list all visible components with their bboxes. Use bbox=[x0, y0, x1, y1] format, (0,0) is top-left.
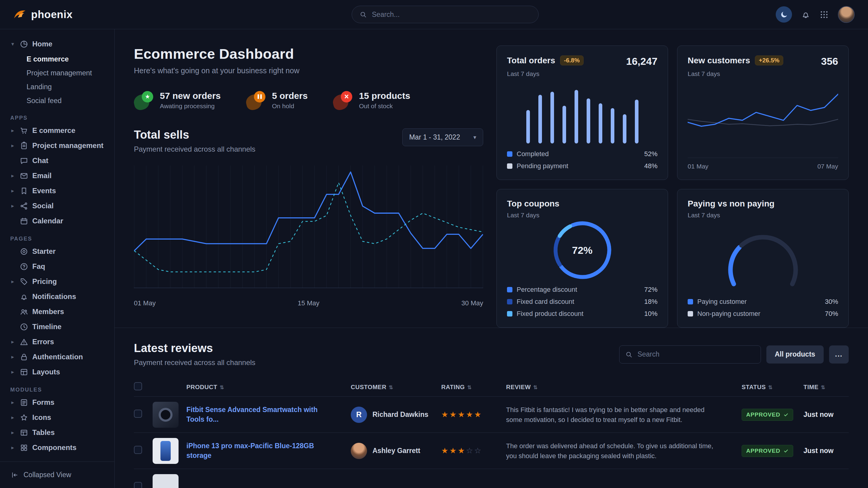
sidebar-item-forms[interactable]: ▸Forms bbox=[7, 395, 108, 410]
collapsed-view-toggle[interactable]: Collapsed View bbox=[0, 461, 114, 488]
form-icon bbox=[20, 398, 28, 407]
latest-reviews-subtitle: Payment received across all channels bbox=[134, 358, 255, 367]
reviews-search[interactable] bbox=[619, 346, 761, 363]
sidebar-item-label: Social bbox=[32, 202, 54, 210]
sidebar-item-project-management[interactable]: Project management bbox=[7, 66, 108, 80]
top-coupons-card: Top coupons Last 7 days 72% Percentage d… bbox=[496, 189, 668, 328]
theme-toggle-button[interactable] bbox=[776, 6, 792, 23]
all-products-button[interactable]: All products bbox=[766, 346, 824, 363]
sidebar-item-chat[interactable]: Chat bbox=[7, 153, 108, 168]
stat-orders-on-hold: 5 orders On hold bbox=[246, 91, 308, 110]
sidebar-item-errors[interactable]: ▸Errors bbox=[7, 334, 108, 349]
notifications-button[interactable] bbox=[801, 10, 810, 19]
legend-value: 18% bbox=[644, 298, 657, 306]
chart-legend: Paying customer 30% Non-paying customer … bbox=[688, 294, 838, 318]
brand[interactable]: phoenix bbox=[0, 7, 115, 22]
page-subtitle: Here's what's going on at your business … bbox=[134, 66, 483, 75]
sidebar-item-e-commerce[interactable]: ▸E commerce bbox=[7, 123, 108, 138]
column-header-product[interactable]: PRODUCT⇅ bbox=[186, 384, 351, 391]
legend-value: 70% bbox=[825, 310, 838, 318]
sidebar-item-tables[interactable]: ▸Tables bbox=[7, 425, 108, 440]
review-table-row: Fitbit Sense Advanced Smartwatch with To… bbox=[134, 396, 849, 432]
more-options-button[interactable]: ... bbox=[829, 346, 849, 363]
sidebar-item-label: Starter bbox=[32, 247, 56, 256]
sidebar-item-icons[interactable]: ▸Icons bbox=[7, 410, 108, 425]
sidebar-item-notifications[interactable]: Notifications bbox=[7, 289, 108, 304]
sidebar-item-email[interactable]: ▸Email bbox=[7, 168, 108, 183]
apps-menu-button[interactable] bbox=[819, 10, 829, 19]
sidebar-item-calendar[interactable]: Calendar bbox=[7, 214, 108, 228]
top-navbar: phoenix bbox=[0, 0, 868, 29]
sidebar-item-social-feed[interactable]: Social feed bbox=[7, 94, 108, 108]
sidebar-item-label: Project management bbox=[32, 141, 103, 150]
total-sells-subtitle: Payment received across all channels bbox=[134, 145, 255, 154]
column-header-review[interactable]: REVIEW⇅ bbox=[506, 384, 742, 391]
legend-value: 48% bbox=[644, 162, 657, 170]
sidebar-item-social[interactable]: ▸Social bbox=[7, 198, 108, 214]
reviews-search-input[interactable] bbox=[637, 350, 755, 359]
product-link[interactable]: iPhone 13 pro max-Pacific Blue-128GB sto… bbox=[186, 441, 351, 460]
legend-item: Completed 52% bbox=[507, 150, 657, 158]
sidebar-item-components[interactable]: ▸Components bbox=[7, 440, 108, 455]
sidebar-item-authentication[interactable]: ▸Authentication bbox=[7, 349, 108, 364]
x-axis-label: 01 May bbox=[134, 299, 156, 307]
quick-stats: ★ 57 new orders Awating processing 5 ord… bbox=[134, 91, 483, 110]
product-image bbox=[153, 438, 179, 464]
sort-icon: ⇅ bbox=[220, 385, 224, 390]
sort-icon: ⇅ bbox=[467, 385, 472, 390]
sidebar-item-members[interactable]: Members bbox=[7, 304, 108, 319]
sidebar-item-e-commerce[interactable]: E commerce bbox=[7, 52, 108, 66]
caret-right-icon: ▸ bbox=[10, 172, 16, 179]
change-badge: +26.5% bbox=[755, 56, 783, 65]
row-checkbox[interactable] bbox=[134, 482, 142, 488]
product-image bbox=[153, 474, 179, 488]
legend-swatch bbox=[507, 287, 513, 292]
column-header-rating[interactable]: RATING⇅ bbox=[441, 384, 506, 391]
sidebar-item-project-management[interactable]: ▸Project management bbox=[7, 138, 108, 153]
column-header-customer[interactable]: CUSTOMER⇅ bbox=[351, 384, 441, 391]
review-table-row: iPhone 13 pro max-Pacific Blue-128GB sto… bbox=[134, 432, 849, 469]
select-all-checkbox[interactable] bbox=[134, 382, 142, 390]
card-title: Total orders bbox=[507, 56, 555, 65]
legend-item: Fixed card discount 18% bbox=[507, 298, 657, 306]
date-range-select[interactable]: Mar 1 - 31, 2022 ▾ bbox=[402, 128, 483, 146]
sidebar-item-events[interactable]: ▸Events bbox=[7, 183, 108, 198]
row-checkbox[interactable] bbox=[134, 410, 142, 418]
status-badge: APPROVED bbox=[742, 409, 793, 421]
sidebar-item-layouts[interactable]: ▸Layouts bbox=[7, 364, 108, 380]
global-search[interactable] bbox=[352, 6, 539, 23]
search-icon bbox=[359, 10, 367, 19]
product-image bbox=[153, 402, 179, 428]
sidebar-item-label: Faq bbox=[32, 262, 45, 271]
sidebar-item-starter[interactable]: Starter bbox=[7, 244, 108, 259]
sidebar-section-title: PAGES bbox=[10, 236, 108, 242]
tag-icon bbox=[20, 277, 28, 286]
sidebar-item-landing[interactable]: Landing bbox=[7, 80, 108, 94]
layout-icon bbox=[20, 368, 28, 377]
caret-right-icon: ▸ bbox=[10, 369, 16, 375]
column-header-status[interactable]: STATUS⇅ bbox=[742, 384, 803, 391]
sidebar-item-label: Forms bbox=[32, 398, 54, 406]
legend-swatch bbox=[507, 151, 513, 157]
product-link[interactable]: Fitbit Sense Advanced Smartwatch with To… bbox=[186, 405, 351, 424]
row-checkbox[interactable] bbox=[134, 446, 142, 454]
sidebar-item-faq[interactable]: Faq bbox=[7, 259, 108, 274]
latest-reviews-title: Latest reviews bbox=[134, 342, 255, 355]
caret-right-icon: ▸ bbox=[10, 399, 16, 406]
legend-value: 52% bbox=[644, 150, 657, 158]
review-time: Just now bbox=[803, 411, 849, 419]
user-avatar[interactable] bbox=[838, 6, 855, 23]
global-search-input[interactable] bbox=[371, 10, 531, 19]
bell-icon bbox=[20, 292, 28, 301]
column-header-time[interactable]: TIME⇅ bbox=[803, 384, 849, 391]
home-submenu: E commerce Project management Landing So… bbox=[7, 52, 108, 108]
sidebar-item-label: Components bbox=[32, 444, 76, 452]
card-title: Top coupons bbox=[507, 199, 657, 208]
rating-stars: ★★★☆☆ bbox=[441, 446, 506, 455]
sidebar-item-pricing[interactable]: ▸Pricing bbox=[7, 274, 108, 289]
calendar-icon bbox=[20, 217, 28, 225]
users-icon bbox=[20, 307, 28, 316]
donut-center-value: 72% bbox=[549, 217, 616, 283]
sidebar-item-timeline[interactable]: Timeline bbox=[7, 319, 108, 334]
sidebar-item-home[interactable]: ▾ Home bbox=[7, 36, 108, 52]
